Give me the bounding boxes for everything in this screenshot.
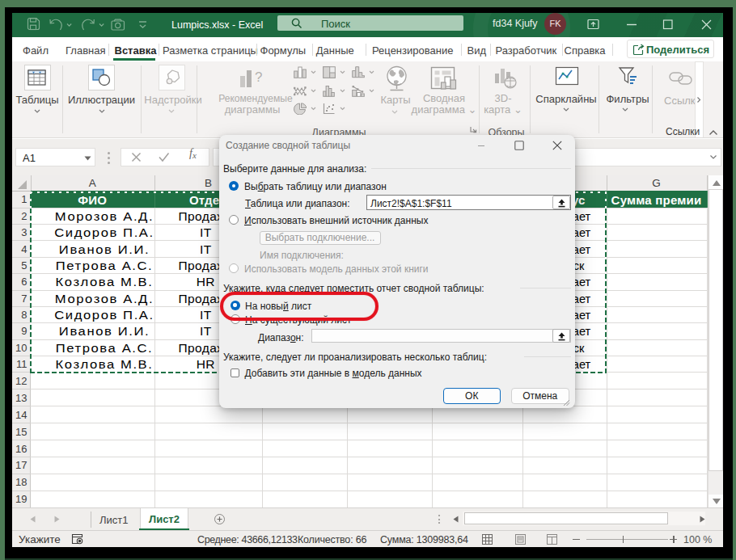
svg-text:?: ? — [255, 69, 262, 85]
